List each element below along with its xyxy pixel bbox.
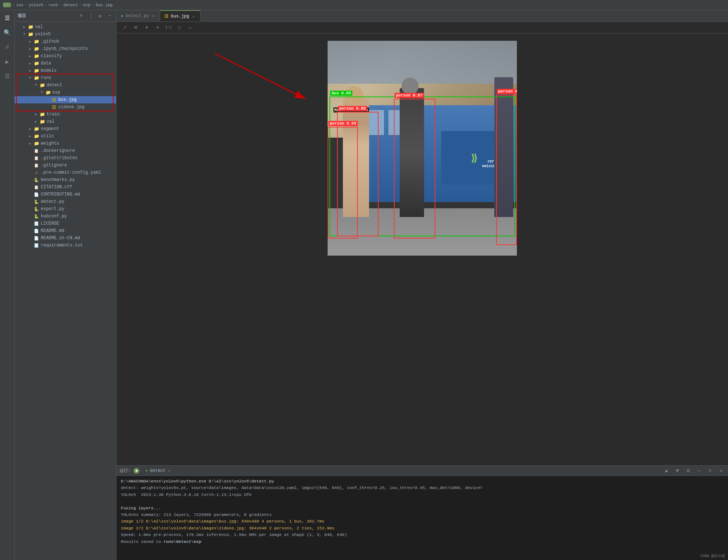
tree-item-requirements[interactable]: 📃requirements.txt — [15, 242, 116, 249]
py-icon: 🐍 — [33, 177, 39, 183]
tree-item-utils[interactable]: ▶📁utils — [15, 133, 116, 140]
term-settings[interactable]: ⚙ — [684, 467, 692, 475]
grid-btn[interactable]: ⊞ — [132, 24, 140, 32]
new-folder-icon[interactable]: ≡ — [78, 12, 85, 20]
terminal-empty1 — [121, 498, 724, 505]
terminal-tab-label: detect — [150, 468, 166, 473]
tree-item-classify[interactable]: ▶📁classify — [15, 52, 116, 60]
tree-item-github[interactable]: ▶📁.github — [15, 38, 116, 45]
collapse-icon[interactable]: ⋮ — [87, 12, 94, 20]
cfg-icon: 📋 — [33, 162, 39, 168]
bc-exp[interactable]: exp — [83, 3, 91, 7]
bc-detect[interactable]: detect — [63, 3, 78, 7]
collapse-arrow: ▶ — [29, 69, 33, 73]
tree-item-export-py[interactable]: 🐍export.py — [15, 205, 116, 213]
annotated-image: ⟫ cero emisiones — [328, 41, 517, 256]
terminal-summary: YOLOv5s summary: 213 layers, 7225885 par… — [121, 512, 724, 518]
cfg-icon: 📋 — [33, 148, 39, 154]
bc-runs[interactable]: runs — [48, 3, 58, 7]
left-icon-bar: ☰ 🔍 ☍ ▶ ☰ — [0, 10, 15, 560]
terminal-close[interactable]: ✕ — [168, 469, 170, 473]
scene-background: ⟫ cero emisiones — [328, 41, 517, 256]
close-detect-py[interactable]: ✕ — [151, 13, 155, 19]
tree-item-data[interactable]: ▶📁data — [15, 60, 116, 67]
tree-item-exp[interactable]: ▼📁exp — [15, 89, 116, 96]
image-toolbar: ⤢ ⊞ ⊕ ⊖ 1:1 ▢ ✏ — [116, 22, 728, 33]
folder-icon: 📁 — [33, 126, 39, 132]
tree-item-zidane-jpg[interactable]: 🖼zidane.jpg — [15, 103, 116, 111]
tree-item-runs[interactable]: ▼📁runs — [15, 74, 116, 82]
tree-item-models[interactable]: ▶📁models — [15, 67, 116, 74]
term-expand[interactable]: ⬆ — [706, 467, 714, 475]
run-icon[interactable]: ▶ — [2, 57, 12, 67]
tree-item-gitignore[interactable]: 📋.gitignore — [15, 162, 116, 169]
tree-label: requirements.txt — [41, 243, 83, 248]
extensions-icon[interactable]: ☰ — [2, 71, 12, 82]
tree-item-detect[interactable]: ▼📁detect — [15, 82, 116, 89]
tree-item-weights[interactable]: ▶📁weights — [15, 140, 116, 147]
bc-yolov5[interactable]: yolov5 — [29, 3, 43, 7]
img-icon: 🖼 — [51, 104, 57, 110]
collapse-arrow: ▶ — [29, 47, 33, 51]
terminal-tab-detect[interactable]: ● detect ✕ — [142, 468, 173, 474]
tree-item-segment[interactable]: ▶📁segment — [15, 125, 116, 133]
tree-label: val — [35, 24, 43, 29]
bc-zxs[interactable]: zxs — [16, 3, 24, 7]
tree-item-gitattributes[interactable]: 📋.gitattributes — [15, 154, 116, 162]
tree-item-val2[interactable]: ▶📁val — [15, 118, 116, 125]
play-button[interactable] — [134, 468, 139, 474]
frame-btn[interactable]: ▢ — [175, 24, 183, 32]
img-icon: 🖼 — [51, 97, 57, 103]
txt-icon: 📃 — [33, 242, 39, 248]
tree-label: export.py — [41, 206, 64, 212]
expand-btn[interactable]: ⤢ — [121, 24, 129, 32]
tree-item-dockerignore[interactable]: 📋.dockerignore — [15, 147, 116, 154]
zoom-out-btn[interactable]: ⊖ — [154, 24, 162, 32]
tree-item-readme-cn[interactable]: 📄README.zh-CN.md — [15, 234, 116, 242]
tab-bar: ● detect.py ✕ 🖼 bus.jpg ✕ — [116, 10, 728, 22]
tree-item-hubconf[interactable]: 🐍hubconf.py — [15, 213, 116, 220]
collapse-arrow: ▶ — [29, 134, 33, 138]
collapse-arrow: ▶ — [23, 25, 28, 29]
tree-item-yolov5[interactable]: ▼📁yolov5 — [15, 31, 116, 38]
settings-icon[interactable]: ⚙ — [96, 12, 104, 20]
zoom-in-btn[interactable]: ⊕ — [143, 24, 151, 32]
ratio-btn[interactable]: 1:1 — [165, 24, 173, 32]
terminal-version: YOLOv5 2023-1-30 Python-3.8.16 torch-1.1… — [121, 492, 724, 498]
close-bus-jpg[interactable]: ✕ — [191, 14, 196, 19]
tree-label: LICENSE — [41, 221, 59, 226]
tree-item-citation[interactable]: 📋CITATION.cff — [15, 184, 116, 191]
txt-icon: 📃 — [33, 221, 39, 226]
minimize-icon[interactable]: − — [106, 12, 113, 20]
terminal-area: 运行: ● detect ✕ ▲ ▼ ⚙ — ⬆ ✕ D:\ANACONDA\e… — [116, 465, 728, 560]
tree-label: runs — [41, 75, 51, 80]
tree-label: .ipynb_checkpoints — [41, 46, 88, 51]
git-icon[interactable]: ☍ — [2, 42, 12, 52]
tree-item-license[interactable]: 📃LICENSE — [15, 220, 116, 227]
tree-item-train[interactable]: ▶📁train — [15, 111, 116, 118]
files-icon[interactable]: ☰ — [2, 13, 12, 23]
expand-arrow: ▼ — [41, 91, 45, 94]
folder-icon: 📁 — [33, 133, 39, 139]
term-scroll-up[interactable]: ▲ — [662, 467, 670, 475]
image-view: ⟫ cero emisiones — [116, 33, 728, 465]
folder-icon: 📁 — [33, 46, 39, 52]
tree-item-benchmarks[interactable]: 🐍benchmarks.py — [15, 176, 116, 184]
edit-btn[interactable]: ✏ — [186, 24, 194, 32]
term-scroll-down[interactable]: ▼ — [673, 467, 681, 475]
term-close[interactable]: ✕ — [717, 467, 725, 475]
collapse-arrow: ▶ — [29, 127, 33, 131]
bc-busjpg[interactable]: bus.jpg — [96, 3, 112, 7]
tab-bus-jpg[interactable]: 🖼 bus.jpg ✕ — [160, 10, 200, 21]
tree-item-bus-jpg[interactable]: 🖼bus.jpg — [15, 96, 116, 103]
tab-detect-py[interactable]: ● detect.py ✕ — [116, 10, 160, 21]
search-icon[interactable]: 🔍 — [2, 28, 12, 38]
expand-arrow: ▼ — [29, 76, 33, 80]
tree-item-val-top[interactable]: ▶📁val — [15, 23, 116, 31]
tree-item-pre-commit[interactable]: ⚙.pre-commit-config.yaml — [15, 169, 116, 176]
term-minimize[interactable]: — — [695, 467, 703, 475]
tree-item-ipynb[interactable]: ▶📁.ipynb_checkpoints — [15, 45, 116, 52]
tree-item-detect-py[interactable]: 🐍detect.py — [15, 198, 116, 205]
tree-item-contributing[interactable]: 📄CONTRIBUTING.md — [15, 191, 116, 198]
tree-item-readme[interactable]: 📄README.md — [15, 227, 116, 234]
